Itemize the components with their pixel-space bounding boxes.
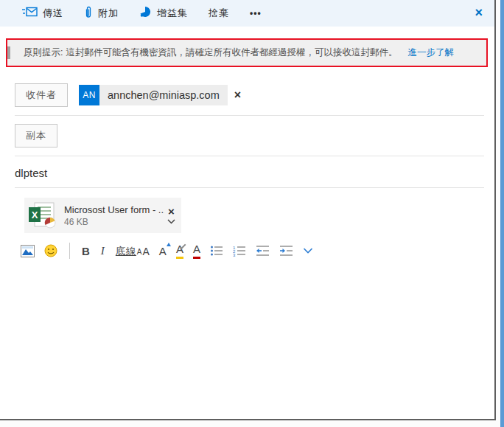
font-label-small: A xyxy=(137,246,142,257)
attach-label: 附加 xyxy=(98,7,119,20)
insert-emoji-button[interactable] xyxy=(44,244,57,257)
attachment-size: 46 KB xyxy=(64,217,164,227)
attachment-info: Microsost User form - ... 46 KB xyxy=(64,204,164,227)
banner-accent-bar xyxy=(7,46,10,59)
font-label-big: A xyxy=(143,246,150,257)
policy-tip-message: 這封郵件可能含有機密資訊，請確定所有收件者都經過授權，可以接收這封郵件。 xyxy=(66,46,397,59)
font-color-label: A xyxy=(193,243,200,259)
cc-row: 副本 xyxy=(15,124,484,147)
remove-recipient-icon[interactable]: × xyxy=(234,88,241,102)
send-button[interactable]: 傳送 xyxy=(22,7,63,20)
chevron-down-icon xyxy=(303,247,313,254)
font-size-label: A xyxy=(159,245,167,257)
addins-label: 增益集 xyxy=(157,7,188,20)
attachment-card[interactable]: X Microsost User form - ... 46 KB × xyxy=(24,198,181,233)
svg-text:X: X xyxy=(32,209,38,221)
addins-button[interactable]: 增益集 xyxy=(139,6,188,21)
bold-button[interactable]: B xyxy=(82,245,90,257)
compose-window: 傳送 附加 增益集 捨棄 xyxy=(0,0,504,427)
highlight-button[interactable]: A xyxy=(176,243,183,259)
font-size-grow-icon xyxy=(167,243,171,246)
policy-tip-prefix: 原則提示: xyxy=(24,46,63,59)
bold-label: B xyxy=(82,245,90,257)
outdent-icon xyxy=(256,245,270,257)
subject-input[interactable] xyxy=(15,167,457,179)
excel-file-icon: X xyxy=(27,201,58,229)
toolbar-separator xyxy=(69,243,70,259)
paperclip-icon xyxy=(84,6,93,21)
increase-indent-button[interactable] xyxy=(279,245,293,257)
formatting-toolbar: B I 底線 A A A A A xyxy=(21,242,494,260)
send-label: 傳送 xyxy=(43,7,63,20)
divider xyxy=(15,115,484,116)
attachment-controls: × xyxy=(167,206,175,224)
attachment-chevron-down-icon[interactable] xyxy=(167,219,175,224)
cc-button[interactable]: 副本 xyxy=(15,124,57,147)
remove-attachment-icon[interactable]: × xyxy=(168,206,175,216)
compose-content: 傳送 附加 增益集 捨棄 xyxy=(0,0,496,420)
font-size-button[interactable]: A xyxy=(159,245,167,257)
font-color-button[interactable]: A xyxy=(193,243,200,259)
highlight-label: A xyxy=(176,243,183,259)
addins-icon xyxy=(139,6,152,21)
picture-icon xyxy=(21,245,35,257)
attach-button[interactable]: 附加 xyxy=(84,6,119,21)
italic-button[interactable]: I xyxy=(99,245,106,257)
send-icon xyxy=(22,7,38,20)
underline-button[interactable]: 底線 A A xyxy=(116,245,150,257)
italic-label: I xyxy=(99,245,106,257)
to-button[interactable]: 收件者 xyxy=(15,83,68,107)
insert-picture-button[interactable] xyxy=(21,245,35,257)
recipient-avatar: AN xyxy=(79,85,99,105)
to-row: 收件者 AN annchen@miniasp.com × xyxy=(15,83,484,107)
emoji-icon xyxy=(44,244,57,257)
more-formatting-button[interactable] xyxy=(303,247,313,254)
window-edge-strip xyxy=(500,0,504,427)
learn-more-link[interactable]: 進一步了解 xyxy=(407,46,454,59)
recipient-chip[interactable]: AN annchen@miniasp.com xyxy=(79,85,228,105)
message-body-editor[interactable] xyxy=(0,264,494,419)
decrease-indent-button[interactable] xyxy=(256,245,270,257)
svg-text:3: 3 xyxy=(233,253,236,257)
recipient-email: annchen@miniasp.com xyxy=(99,85,228,105)
numbered-list-button[interactable]: 1 2 3 xyxy=(233,245,246,257)
numbered-list-icon: 1 2 3 xyxy=(233,245,246,257)
attachment-filename: Microsost User form - ... xyxy=(64,204,164,215)
underline-label: 底線 xyxy=(116,245,136,257)
discard-button[interactable]: 捨棄 xyxy=(209,7,229,20)
indent-icon xyxy=(279,245,293,257)
more-commands-button[interactable]: ••• xyxy=(250,8,262,18)
bullet-list-button[interactable] xyxy=(210,245,223,257)
bullet-list-icon xyxy=(210,245,223,257)
command-toolbar: 傳送 附加 增益集 捨棄 xyxy=(0,0,494,27)
close-icon[interactable]: × xyxy=(475,6,483,19)
policy-tip-banner: 原則提示: 這封郵件可能含有機密資訊，請確定所有收件者都經過授權，可以接收這封郵… xyxy=(6,38,488,67)
more-icon: ••• xyxy=(250,8,262,18)
divider xyxy=(15,187,484,188)
divider xyxy=(15,156,484,156)
discard-label: 捨棄 xyxy=(209,7,229,20)
